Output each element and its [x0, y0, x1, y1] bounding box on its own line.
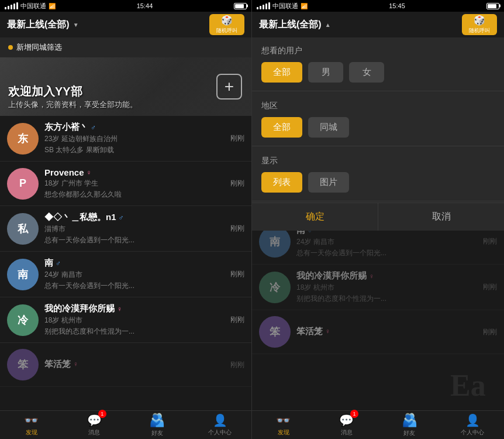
battery-icon-left [234, 3, 247, 9]
gender-icon: ♀ [325, 327, 330, 335]
avatar: 笨 [7, 349, 39, 380]
filter-region-all[interactable]: 全部 [261, 117, 302, 138]
tab-discover-left[interactable]: 👓 发现 [0, 411, 63, 439]
signal-icon-right [257, 2, 270, 9]
time-badge: 刚刚 [230, 360, 244, 370]
user-meta: 18岁 杭州市 [44, 315, 225, 325]
tab-label: 个人中心 [208, 428, 232, 437]
time-badge: 刚刚 [230, 224, 244, 234]
right-phone: 中国联通 📶 15:45 最新上线(全部) ▲ 🎲 随机呼叫 想看的用户 全部 … [252, 0, 504, 439]
time-badge: 刚刚 [230, 179, 244, 188]
filter-region-same-city[interactable]: 同城 [308, 117, 349, 138]
random-call-label-right: 随机呼叫 [469, 27, 490, 35]
avatar: 笨 [259, 316, 291, 348]
user-item[interactable]: 笨 笨活笼 ♀ 刚刚 [0, 343, 251, 387]
tab-profile-right[interactable]: 👤 个人中心 [441, 411, 504, 439]
friends-icon: 🫂 [149, 413, 165, 428]
user-item[interactable]: 冷 我的冷漠拜你所赐 ♀ 18岁 杭州市 别把我的态度和个性混为一... 刚刚 [0, 297, 251, 343]
user-item[interactable]: 东 东方小褡丶 ♂ 23岁 延边朝鲜族自治州 SB 太特么多 果断卸载 刚刚 [0, 116, 251, 162]
filter-display-list[interactable]: 列表 [261, 172, 302, 193]
user-item[interactable]: P Provence ♀ 18岁 广州市 学生 想念你都那么久那么久啦 刚刚 [0, 162, 251, 206]
gender-icon: ♂ [119, 214, 124, 222]
tooltip-dot [8, 45, 13, 50]
tab-label: 发现 [26, 428, 37, 437]
filter-actions: 确定 取消 [252, 203, 504, 231]
tab-discover-right[interactable]: 👓 发现 [252, 411, 315, 439]
tooltip-text: 新增同城筛选 [16, 42, 62, 53]
tab-friends-left[interactable]: 🫂 好友 [126, 411, 189, 439]
filter-region-label: 地区 [261, 101, 495, 111]
carrier-right: 中国联通 [272, 2, 298, 11]
user-status: 总有一天你会遇到一个阳光... [44, 235, 225, 245]
carrier-left: 中国联通 [20, 2, 46, 11]
tab-profile-left[interactable]: 👤 个人中心 [189, 411, 252, 439]
wifi-icon-right: 📶 [301, 3, 308, 9]
time-right: 15:45 [389, 2, 405, 9]
filter-confirm-button[interactable]: 确定 [252, 203, 378, 231]
dropdown-arrow-right[interactable]: ▲ [325, 22, 331, 28]
gender-icon: ♂ [91, 124, 96, 132]
user-name: ◆◇丶＿私戀。n1 [44, 212, 116, 223]
profile-icon-right: 👤 [465, 413, 480, 427]
profile-icon: 👤 [213, 413, 227, 427]
discover-icon: 👓 [24, 413, 39, 427]
header-left: 最新上线(全部) ▼ 🎲 随机呼叫 [0, 12, 251, 37]
user-meta: 18岁 杭州市 [296, 283, 477, 293]
status-bar-left: 中国联通 📶 15:44 [0, 0, 251, 12]
user-name: 笨活笼 [44, 359, 71, 370]
filter-divider-3 [252, 201, 504, 201]
filter-users-female[interactable]: 女 [349, 62, 384, 83]
dropdown-arrow-left[interactable]: ▼ [73, 22, 79, 28]
filter-users-label: 想看的用户 [261, 46, 495, 56]
user-name: 笨活笼 [296, 326, 323, 337]
avatar: 私 [7, 213, 39, 245]
dice-icon-left: 🎲 [221, 15, 233, 26]
content-left: 新增同城筛选 欢迎加入YY部 上传头像，完善资料，享受全部功能。 + 东 东方小… [0, 37, 251, 410]
filter-divider-1 [252, 91, 504, 91]
tab-bar-left: 👓 发现 💬 1 消息 🫂 好友 👤 个人中心 [0, 410, 251, 439]
filter-region-section: 地区 全部 同城 [252, 92, 504, 145]
tab-label: 好友 [403, 429, 415, 437]
random-call-button-left[interactable]: 🎲 随机呼叫 [209, 14, 244, 35]
user-status: 想念你都那么久那么久啦 [44, 190, 225, 200]
avatar: 冷 [259, 272, 291, 303]
filter-users-all[interactable]: 全部 [261, 62, 302, 83]
message-badge: 1 [98, 410, 106, 418]
avatar: 南 [7, 259, 39, 290]
user-name: 东方小褡丶 [44, 122, 88, 133]
promo-banner[interactable]: 欢迎加入YY部 上传头像，完善资料，享受全部功能。 + [0, 57, 251, 116]
tab-message-left[interactable]: 💬 1 消息 [63, 411, 126, 439]
user-item[interactable]: 私 ◆◇丶＿私戀。n1 ♂ 淄博市 总有一天你会遇到一个阳光... 刚刚 [0, 206, 251, 252]
tab-label: 好友 [151, 429, 163, 437]
time-left: 15:44 [137, 2, 153, 9]
filter-region-options: 全部 同城 [261, 117, 495, 138]
tab-label: 消息 [88, 428, 100, 437]
random-call-label-left: 随机呼叫 [216, 27, 237, 35]
user-status: 总有一天你会遇到一个阳光... [296, 248, 477, 258]
filter-display-photo[interactable]: 图片 [308, 172, 349, 193]
tab-message-right[interactable]: 💬 1 消息 [315, 411, 378, 439]
time-badge: 刚刚 [230, 315, 244, 325]
filter-overlay: 想看的用户 全部 男 女 地区 全部 同城 显示 列表 图片 [252, 37, 504, 231]
filter-users-male[interactable]: 男 [308, 62, 343, 83]
random-call-button-right[interactable]: 🎲 随机呼叫 [462, 14, 497, 35]
time-badge: 刚刚 [230, 133, 244, 143]
tab-label: 消息 [341, 428, 353, 437]
tab-label: 发现 [278, 428, 289, 437]
battery-icon-right [486, 3, 499, 9]
user-meta: 23岁 延边朝鲜族自治州 [44, 134, 225, 144]
status-bar-right: 中国联通 📶 15:45 [252, 0, 504, 12]
filter-cancel-button[interactable]: 取消 [378, 203, 504, 231]
filter-display-label: 显示 [261, 156, 495, 166]
promo-line2: 上传头像，完善资料，享受全部功能。 [8, 100, 137, 110]
time-badge: 刚刚 [483, 282, 497, 292]
friends-icon-right: 🫂 [402, 413, 417, 428]
user-name: 我的冷漠拜你所赐 [44, 303, 115, 314]
user-item[interactable]: 南 南 ♂ 24岁 南昌市 总有一天你会遇到一个阳光... 刚刚 [0, 252, 251, 297]
filter-divider-2 [252, 146, 504, 146]
header-title-right: 最新上线(全部) [259, 19, 322, 31]
avatar: 东 [7, 123, 39, 155]
tab-friends-right[interactable]: 🫂 好友 [378, 411, 441, 439]
tooltip-banner: 新增同城筛选 [0, 37, 251, 57]
promo-plus-button[interactable]: + [216, 74, 242, 100]
